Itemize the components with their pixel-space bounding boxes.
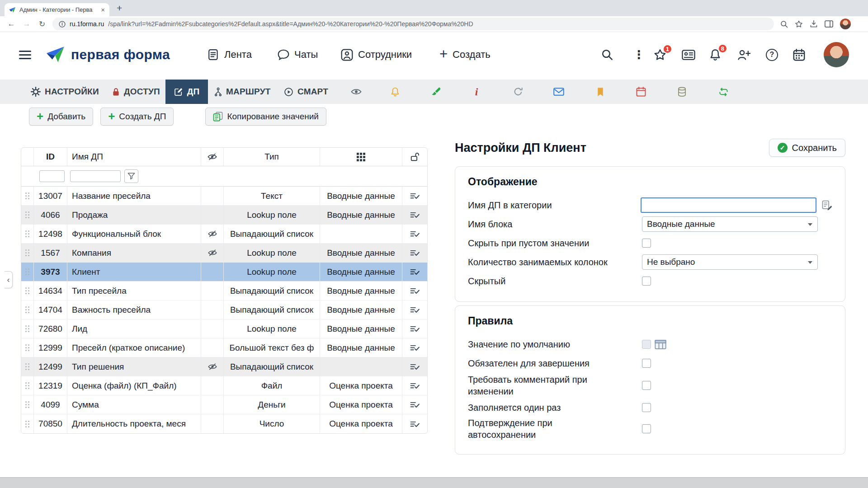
- table-row[interactable]: 4099 Сумма Деньги Оценка проекта: [21, 395, 427, 414]
- fill-once-checkbox[interactable]: [642, 403, 651, 412]
- table-row[interactable]: 72680 Лид Lookup поле Вводные данные: [21, 319, 427, 338]
- drag-handle[interactable]: [21, 395, 34, 414]
- drag-handle[interactable]: [21, 206, 34, 224]
- urlbar-download-icon[interactable]: [810, 20, 818, 28]
- column-block[interactable]: [320, 148, 402, 166]
- table-row[interactable]: 12999 Пресейл (краткое описание) Большой…: [21, 338, 427, 357]
- bookmark-tool-button[interactable]: [593, 80, 608, 104]
- database-tool-button[interactable]: [675, 80, 689, 104]
- drag-handle[interactable]: [21, 338, 34, 357]
- repeat-tool-button[interactable]: [716, 80, 731, 104]
- drag-handle[interactable]: [21, 357, 34, 376]
- table-row[interactable]: 14704 Важность пресейла Выпадающий списо…: [21, 300, 427, 319]
- forward-button[interactable]: →: [19, 19, 34, 28]
- tab-route[interactable]: МАРШРУТ: [214, 80, 271, 104]
- nav-chats[interactable]: Чаты: [278, 32, 318, 77]
- row-settings-button[interactable]: [402, 225, 427, 243]
- required-checkbox[interactable]: [642, 359, 651, 368]
- visibility-tool-button[interactable]: [349, 80, 363, 104]
- header-notifications-button[interactable]: 8: [709, 32, 722, 77]
- nav-create[interactable]: + Создать: [439, 32, 491, 77]
- hidden-checkbox[interactable]: [642, 277, 651, 286]
- tab-dp[interactable]: ДП: [165, 80, 208, 104]
- new-tab-button[interactable]: +: [117, 3, 122, 14]
- tab-settings[interactable]: НАСТРОЙКИ: [31, 80, 99, 104]
- drag-handle[interactable]: [21, 263, 34, 281]
- column-id[interactable]: ID: [34, 148, 67, 166]
- copy-values-button[interactable]: Копирование значений: [205, 108, 326, 126]
- back-button[interactable]: ←: [4, 19, 19, 28]
- row-settings-button[interactable]: [402, 395, 427, 414]
- drag-handle[interactable]: [21, 282, 34, 300]
- dp-name-input[interactable]: [641, 197, 816, 213]
- table-row[interactable]: 70850 Длительность проекта, меся Число О…: [21, 414, 427, 433]
- row-settings-button[interactable]: [402, 282, 427, 300]
- notify-tool-button[interactable]: [388, 80, 402, 104]
- row-settings-button[interactable]: [402, 338, 427, 357]
- sidebar-collapse-handle[interactable]: ‹: [5, 271, 13, 288]
- drag-handle[interactable]: [21, 244, 34, 262]
- table-row[interactable]: 14634 Тип пресейла Выпадающий список Вво…: [21, 282, 427, 300]
- table-row[interactable]: 4066 Продажа Lookup поле Вводные данные: [21, 206, 427, 225]
- confirm-autosave-checkbox[interactable]: [642, 424, 651, 433]
- urlbar-sidebar-icon[interactable]: [825, 20, 833, 28]
- row-settings-button[interactable]: [402, 357, 427, 376]
- filter-name-input[interactable]: [70, 170, 121, 182]
- row-settings-button[interactable]: [402, 376, 427, 395]
- user-avatar[interactable]: [824, 32, 849, 77]
- mail-tool-button[interactable]: [552, 80, 566, 104]
- save-button[interactable]: ✓ Сохранить: [769, 139, 845, 157]
- reload-button[interactable]: ↻: [34, 19, 50, 29]
- tab-access[interactable]: ДОСТУП: [112, 80, 160, 104]
- column-lock[interactable]: [402, 148, 427, 166]
- table-row[interactable]: 13007 Название пресейла Текст Вводные да…: [21, 187, 427, 206]
- calendar-tool-button[interactable]: [634, 80, 648, 104]
- column-visibility[interactable]: [201, 148, 224, 166]
- column-name[interactable]: Имя ДП: [67, 148, 201, 166]
- columns-count-select[interactable]: Не выбрано: [642, 254, 818, 270]
- table-row[interactable]: 12498 Функциональный блок Выпадающий спи…: [21, 225, 427, 244]
- site-info-icon[interactable]: [59, 21, 66, 28]
- info-tool-button[interactable]: i: [469, 80, 484, 104]
- header-card-button[interactable]: [682, 32, 695, 77]
- add-button[interactable]: + Добавить: [29, 108, 93, 126]
- header-favorites-button[interactable]: 1: [654, 32, 666, 77]
- urlbar-bookmark-star-icon[interactable]: [795, 20, 803, 28]
- header-person-add-button[interactable]: [737, 32, 750, 77]
- block-name-select[interactable]: Вводные данные: [642, 216, 818, 232]
- row-settings-button[interactable]: [402, 263, 427, 281]
- drag-handle[interactable]: [21, 225, 34, 243]
- browser-tab[interactable]: Админ - Категории - Перва ×: [5, 3, 109, 16]
- filter-id-input[interactable]: [39, 170, 65, 182]
- brush-tool-button[interactable]: [429, 80, 443, 104]
- default-value-table-icon[interactable]: [655, 340, 666, 349]
- drag-handle[interactable]: [21, 376, 34, 395]
- refresh-tool-button[interactable]: [511, 80, 525, 104]
- filter-button[interactable]: [124, 169, 138, 183]
- header-search-button[interactable]: [601, 32, 613, 77]
- hide-if-empty-checkbox[interactable]: [642, 239, 651, 248]
- menu-button[interactable]: [19, 32, 31, 77]
- drag-handle[interactable]: [21, 414, 34, 433]
- create-dp-button[interactable]: + Создать ДП: [100, 108, 174, 126]
- localize-edit-icon[interactable]: [822, 200, 832, 211]
- nav-feed[interactable]: Лента: [208, 32, 252, 77]
- header-calendar-button[interactable]: [793, 32, 805, 77]
- logo[interactable]: первая форма: [46, 32, 170, 77]
- browser-profile-avatar[interactable]: [840, 19, 851, 29]
- header-help-button[interactable]: ?: [766, 32, 778, 77]
- urlbar-zoom-icon[interactable]: [780, 20, 788, 28]
- drag-handle[interactable]: [21, 187, 34, 205]
- nav-employees[interactable]: Сотрудники: [341, 32, 412, 77]
- row-settings-button[interactable]: [402, 206, 427, 224]
- row-settings-button[interactable]: [402, 319, 427, 338]
- require-comment-checkbox[interactable]: [642, 381, 651, 390]
- table-row[interactable]: 1567 Компания Lookup поле Вводные данные: [21, 244, 427, 263]
- row-settings-button[interactable]: [402, 244, 427, 262]
- table-row-selected[interactable]: 3973 Клиент Lookup поле Вводные данные: [21, 263, 427, 282]
- row-settings-button[interactable]: [402, 414, 427, 433]
- drag-handle[interactable]: [21, 300, 34, 319]
- column-type[interactable]: Тип: [224, 148, 320, 166]
- drag-handle[interactable]: [21, 319, 34, 338]
- tab-close-icon[interactable]: ×: [101, 6, 105, 13]
